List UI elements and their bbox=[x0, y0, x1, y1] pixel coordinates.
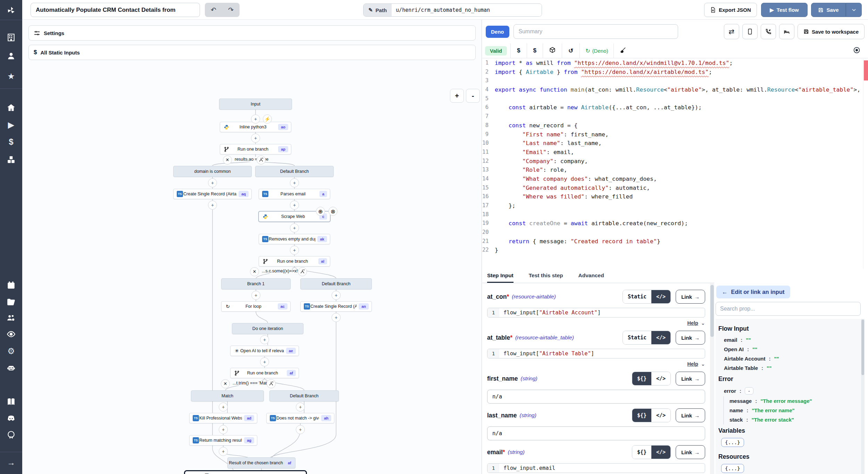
remove-branch-icon[interactable]: × bbox=[221, 379, 230, 388]
all-static-inputs-bar[interactable]: $ All Static Inputs bbox=[28, 45, 476, 60]
prop-row-open-ai[interactable]: Open AI:"" bbox=[718, 345, 861, 354]
add-step-button[interactable]: + bbox=[260, 335, 269, 344]
prop-row-airtable-account[interactable]: Airtable Account:"" bbox=[718, 354, 861, 363]
static-value-input[interactable] bbox=[487, 390, 705, 404]
flow-node-hdr3[interactable]: Branch 1 bbox=[221, 278, 291, 289]
code-line[interactable]: return { message: "Created record in tab… bbox=[495, 237, 660, 246]
hide-preview-eye-icon[interactable] bbox=[853, 46, 860, 55]
trigger-bolt-icon[interactable]: ⚡ bbox=[263, 115, 272, 124]
prop-row-name[interactable]: name:"The error name" bbox=[723, 406, 861, 415]
flow-settings-bar[interactable]: Settings bbox=[28, 25, 476, 41]
zoom-in-button[interactable]: + bbox=[450, 89, 464, 103]
props-scrollbar[interactable] bbox=[861, 319, 865, 474]
workspace-building-icon[interactable] bbox=[0, 30, 22, 45]
add-step-button[interactable]: + bbox=[251, 291, 260, 300]
code-line[interactable]: export async function main(at_con: wmill… bbox=[495, 85, 860, 94]
prop-row-message[interactable]: message:"The error message" bbox=[723, 396, 861, 406]
schedules-calendar-icon[interactable] bbox=[0, 278, 22, 293]
code-line[interactable]: "Last name": last_name, bbox=[495, 139, 602, 148]
save-dropdown-button[interactable] bbox=[846, 3, 862, 17]
runs-play-icon[interactable]: ▶ bbox=[0, 117, 22, 133]
expression-editor[interactable]: 1flow_input.email bbox=[487, 463, 705, 473]
mode-static-button[interactable]: Static bbox=[623, 290, 651, 303]
flow-node-do1[interactable]: Do one iteration bbox=[232, 323, 303, 334]
groups-users-icon[interactable] bbox=[0, 310, 22, 325]
prop-row-email[interactable]: email:"" bbox=[718, 335, 861, 345]
audit-eye-icon[interactable] bbox=[0, 327, 22, 342]
save-to-workspace-button[interactable]: Save to workspace bbox=[798, 24, 865, 39]
dollar-action-icon[interactable]: $ bbox=[514, 47, 523, 54]
code-line[interactable]: } bbox=[495, 246, 498, 255]
flow-node-an[interactable]: TSCreate Single Record (Airtable)an bbox=[300, 301, 372, 312]
resources-object-chip[interactable]: {...} bbox=[721, 464, 744, 473]
package-icon[interactable] bbox=[546, 47, 558, 55]
static-value-input[interactable] bbox=[487, 426, 705, 440]
prop-row-error[interactable]: error:- bbox=[718, 386, 861, 396]
remove-branch-icon[interactable]: × bbox=[223, 155, 232, 164]
code-editor[interactable]: 1import * as wmill from "https://deno.la… bbox=[482, 59, 868, 269]
link-input-button[interactable]: Link→ bbox=[676, 445, 705, 459]
mode-javascript-button[interactable]: </> bbox=[651, 372, 670, 385]
reload-deno-button[interactable]: ↻ (Deno) bbox=[583, 48, 610, 54]
tab-step-input[interactable]: Step Input bbox=[487, 269, 514, 283]
add-step-button[interactable]: + bbox=[290, 246, 299, 255]
link-input-button[interactable]: Link→ bbox=[676, 331, 705, 345]
workers-robot-icon[interactable] bbox=[0, 360, 22, 375]
reset-history-icon[interactable]: ↺ bbox=[566, 47, 576, 54]
add-step-button[interactable]: + bbox=[332, 313, 341, 322]
flow-node-ah[interactable]: TSDoes not match -> gives empty valueah bbox=[266, 413, 334, 423]
add-branch-icon[interactable] bbox=[267, 379, 276, 388]
mode-static-button[interactable]: ${} bbox=[632, 409, 651, 422]
code-scrollbar[interactable] bbox=[863, 59, 868, 269]
export-json-button[interactable]: Export JSON bbox=[704, 3, 757, 17]
code-line[interactable]: "Where was filled": where_filled bbox=[495, 192, 633, 201]
docs-book-icon[interactable] bbox=[0, 394, 22, 409]
add-step-button[interactable]: + bbox=[208, 201, 217, 210]
code-line[interactable]: "What company does": what_company_does, bbox=[495, 175, 657, 184]
code-line[interactable]: const new_record = { bbox=[495, 121, 577, 130]
add-step-button[interactable]: + bbox=[219, 403, 228, 412]
code-line[interactable]: "Generated automatically": automatic, bbox=[495, 184, 650, 193]
test-flow-button[interactable]: ▶ Test flow bbox=[761, 3, 808, 17]
home-icon[interactable] bbox=[0, 100, 22, 115]
mode-javascript-button[interactable]: </> bbox=[651, 331, 670, 344]
settings-gear-icon[interactable]: ⚙ bbox=[0, 344, 22, 359]
sync-arrows-button[interactable]: ⇄ bbox=[724, 24, 739, 39]
error-handler-node[interactable]: Error handlerdeno bbox=[184, 470, 307, 474]
code-line[interactable]: "First name": first_name, bbox=[495, 130, 609, 139]
add-branch-icon[interactable] bbox=[257, 155, 266, 164]
dollar-action-icon[interactable]: $ bbox=[531, 47, 539, 54]
add-step-button[interactable]: + bbox=[219, 425, 228, 434]
github-icon[interactable] bbox=[0, 427, 22, 442]
code-line[interactable]: "Role": role, bbox=[495, 166, 567, 175]
code-line[interactable]: const createOne = await airtable.create(… bbox=[495, 219, 688, 228]
move-node-icon[interactable]: ⊕ bbox=[316, 207, 325, 216]
flow-node-ae[interactable]: ✳Open AI to tell if relevant resultae bbox=[230, 346, 299, 356]
expression-editor[interactable]: 1flow_input["Airtable Account"] bbox=[487, 308, 705, 318]
flow-node-ac[interactable]: ↻For loopac bbox=[221, 301, 291, 312]
flow-node-hdr6[interactable]: Default Branch bbox=[269, 390, 339, 401]
add-step-button[interactable]: + bbox=[290, 201, 299, 210]
code-line[interactable]: import { Airtable } from "https://deno.l… bbox=[495, 68, 712, 77]
add-step-button[interactable]: + bbox=[290, 223, 299, 232]
code-line[interactable]: import * as wmill from "https://deno.lan… bbox=[495, 59, 733, 68]
flow-node-hdr4[interactable]: Default Branch bbox=[300, 278, 372, 289]
chevron-down-icon[interactable]: ⌄ bbox=[701, 361, 705, 367]
code-line[interactable]: "Email": email, bbox=[495, 148, 574, 157]
remove-branch-icon[interactable]: × bbox=[250, 267, 259, 276]
mode-static-button[interactable]: ${} bbox=[632, 372, 651, 385]
flow-node-a[interactable]: TSParses emaila bbox=[259, 189, 330, 199]
add-step-button[interactable]: + bbox=[208, 178, 217, 187]
zoom-out-button[interactable]: - bbox=[466, 89, 480, 103]
link-input-button[interactable]: Link→ bbox=[676, 372, 705, 386]
flow-node-ad[interactable]: TSKill Professional Websites mentionsad bbox=[189, 413, 257, 423]
add-step-button[interactable]: + bbox=[219, 447, 228, 456]
bed-button[interactable] bbox=[779, 24, 794, 39]
summary-input[interactable] bbox=[514, 24, 678, 39]
chevron-down-icon[interactable]: ⌄ bbox=[701, 320, 705, 326]
flow-node-ak[interactable]: TSRemoves empty and duplicatesak bbox=[259, 234, 330, 244]
remove-node-icon[interactable]: ⊗ bbox=[328, 207, 337, 216]
code-line[interactable]: "Company": company, bbox=[495, 157, 588, 166]
add-step-button[interactable]: + bbox=[296, 403, 305, 412]
variables-dollar-icon[interactable]: $ bbox=[0, 134, 22, 150]
